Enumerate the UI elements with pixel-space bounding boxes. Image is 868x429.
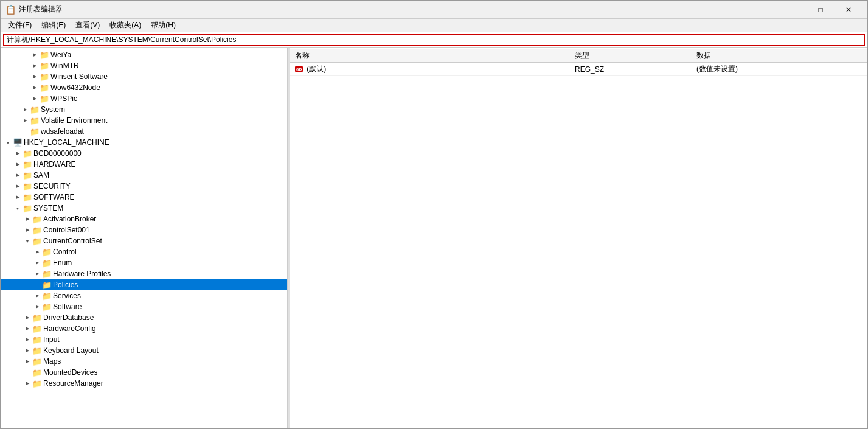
tree-item-wpspic[interactable]: 📁 WPSPic [1, 93, 287, 104]
table-row[interactable]: ab (默认) REG_SZ (数值未设置) [290, 63, 867, 76]
tree-item-activationbroker[interactable]: 📁 ActivationBroker [1, 214, 287, 225]
expander-wpspic[interactable] [30, 94, 40, 103]
folder-icon-policies: 📁 [42, 280, 52, 290]
tree-item-systemkey[interactable]: 📁 SYSTEM [1, 203, 287, 214]
tree-item-input[interactable]: 📁 Input [1, 334, 287, 345]
expander-volatile[interactable] [20, 116, 30, 125]
tree-item-bcd[interactable]: 📁 BCD00000000 [1, 148, 287, 159]
expander-driverdatabase[interactable] [23, 313, 32, 323]
tree-item-enum[interactable]: 📁 Enum [1, 257, 287, 268]
tree-item-control[interactable]: 📁 Control [1, 246, 287, 257]
tree-item-hardwareconfig[interactable]: 📁 HardwareConfig [1, 323, 287, 334]
col-header-name[interactable]: 名称 [290, 49, 570, 63]
expander-system[interactable] [20, 105, 30, 114]
menu-help[interactable]: 帮助(H) [146, 19, 181, 32]
folder-icon-security: 📁 [23, 181, 32, 191]
tree-item-hardware[interactable]: 📁 HARDWARE [1, 159, 287, 170]
expander-resourcemanager[interactable] [23, 378, 32, 388]
expander-hardwareconfig[interactable] [23, 324, 32, 333]
expander-systemkey[interactable] [13, 203, 23, 213]
tree-label-wpspic: WPSPic [50, 94, 287, 103]
tree-item-mounteddevices[interactable]: 📁 MountedDevices [1, 367, 287, 378]
expander-keyboardlayout[interactable] [23, 346, 32, 355]
registry-tree[interactable]: 📁 WeiYa 📁 WinMTR 📁 Winsent Software 📁 Wo… [1, 48, 288, 428]
tree-item-currentcontrolset[interactable]: 📁 CurrentControlSet [1, 235, 287, 246]
tree-item-maps[interactable]: 📁 Maps [1, 356, 287, 367]
expander-bcd[interactable] [13, 148, 23, 158]
expander-control[interactable] [32, 247, 42, 257]
tree-item-driverdatabase[interactable]: 📁 DriverDatabase [1, 312, 287, 323]
folder-icon-hardware: 📁 [23, 159, 32, 169]
tree-item-resourcemanager[interactable]: 📁 ResourceManager [1, 378, 287, 389]
folder-icon-hardwareprofiles: 📁 [42, 269, 52, 279]
expander-wow6432node[interactable] [30, 83, 40, 92]
expander-services[interactable] [32, 291, 42, 301]
folder-icon-keyboardlayout: 📁 [32, 346, 42, 355]
expander-sam[interactable] [13, 170, 23, 180]
folder-icon-input: 📁 [32, 335, 42, 344]
tree-label-weiya: WeiYa [50, 51, 287, 59]
row-name-text: (默认) [307, 64, 326, 74]
expander-winsentsoftware[interactable] [30, 72, 40, 82]
tree-item-softwarekey[interactable]: 📁 Software [1, 301, 287, 312]
tree-label-winsentsoftware: Winsent Software [50, 72, 287, 81]
expander-currentcontrolset[interactable] [23, 236, 32, 246]
menu-view[interactable]: 查看(V) [71, 19, 105, 32]
title-text: 注册表编辑器 [19, 4, 779, 15]
folder-icon-system: 📁 [30, 105, 40, 114]
expander-winmtr[interactable] [30, 61, 40, 71]
tree-item-volatile[interactable]: 📁 Volatile Environment [1, 115, 287, 126]
tree-item-wdsafeloadat[interactable]: 📁 wdsafeloadat [1, 126, 287, 137]
row-data: (数值未设置) [692, 63, 867, 76]
expander-hklm[interactable] [3, 138, 13, 147]
tree-label-services: Services [53, 291, 287, 300]
col-header-type[interactable]: 类型 [570, 49, 692, 63]
folder-icon-winsentsoftware: 📁 [40, 72, 49, 82]
tree-label-bcd: BCD00000000 [33, 149, 287, 158]
tree-label-driverdatabase: DriverDatabase [43, 313, 287, 322]
tree-item-hardwareprofiles[interactable]: 📁 Hardware Profiles [1, 268, 287, 279]
tree-item-system[interactable]: 📁 System [1, 104, 287, 115]
close-button[interactable]: ✕ [835, 1, 863, 19]
folder-icon-resourcemanager: 📁 [32, 378, 42, 388]
tree-item-software-hklm[interactable]: 📁 SOFTWARE [1, 192, 287, 203]
expander-software-hklm[interactable] [13, 192, 23, 202]
tree-item-policies[interactable]: 📁 Policies [1, 279, 287, 290]
expander-hardware[interactable] [13, 159, 23, 169]
menu-edit[interactable]: 编辑(E) [36, 19, 71, 32]
menu-favorites[interactable]: 收藏夹(A) [105, 19, 146, 32]
expander-activationbroker[interactable] [23, 214, 32, 224]
reg-icon: ab (默认) [295, 64, 326, 74]
tree-item-security[interactable]: 📁 SECURITY [1, 181, 287, 192]
tree-label-currentcontrolset: CurrentControlSet [43, 237, 287, 245]
expander-weiya[interactable] [30, 50, 40, 60]
folder-icon-services: 📁 [42, 291, 52, 301]
tree-item-sam[interactable]: 📁 SAM [1, 170, 287, 181]
tree-item-weiya[interactable]: 📁 WeiYa [1, 49, 287, 60]
folder-icon-maps: 📁 [32, 357, 42, 366]
tree-item-keyboardlayout[interactable]: 📁 Keyboard Layout [1, 345, 287, 356]
title-icon: 📋 [5, 5, 15, 15]
tree-item-winmtr[interactable]: 📁 WinMTR [1, 60, 287, 71]
expander-hardwareprofiles[interactable] [32, 269, 42, 279]
maximize-button[interactable]: □ [807, 1, 835, 19]
tree-item-winsentsoftware[interactable]: 📁 Winsent Software [1, 71, 287, 82]
expander-security[interactable] [13, 181, 23, 191]
expander-controlset001[interactable] [23, 225, 32, 235]
expander-input[interactable] [23, 335, 32, 344]
tree-label-system: System [41, 105, 287, 114]
folder-icon-wpspic: 📁 [40, 94, 49, 103]
tree-item-wow6432node[interactable]: 📁 Wow6432Node [1, 82, 287, 93]
expander-enum[interactable] [32, 258, 42, 268]
expander-softwarekey[interactable] [32, 302, 42, 312]
tree-item-controlset001[interactable]: 📁 ControlSet001 [1, 225, 287, 235]
menu-bar: 文件(F) 编辑(E) 查看(V) 收藏夹(A) 帮助(H) [1, 19, 867, 32]
tree-label-hardwareprofiles: Hardware Profiles [53, 270, 287, 278]
tree-item-hklm[interactable]: 🖥️ HKEY_LOCAL_MACHINE [1, 137, 287, 148]
col-header-data[interactable]: 数据 [692, 49, 867, 63]
expander-maps[interactable] [23, 357, 32, 366]
minimize-button[interactable]: ─ [779, 1, 807, 19]
tree-item-services[interactable]: 📁 Services [1, 290, 287, 301]
address-input[interactable] [3, 34, 865, 46]
menu-file[interactable]: 文件(F) [3, 19, 36, 32]
